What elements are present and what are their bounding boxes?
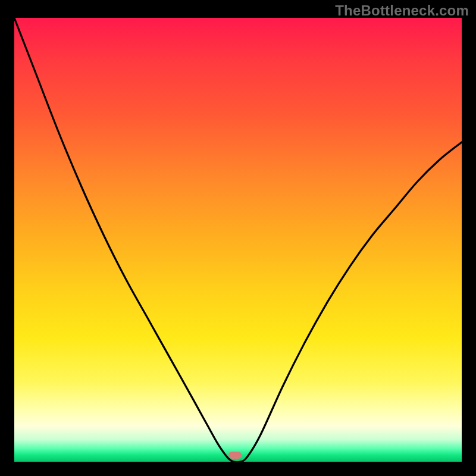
optimal-marker bbox=[228, 452, 242, 459]
plot-area bbox=[14, 18, 462, 462]
chart-frame: TheBottleneck.com bbox=[0, 0, 476, 476]
bottleneck-curve bbox=[14, 18, 462, 462]
watermark-text: TheBottleneck.com bbox=[335, 2, 469, 19]
